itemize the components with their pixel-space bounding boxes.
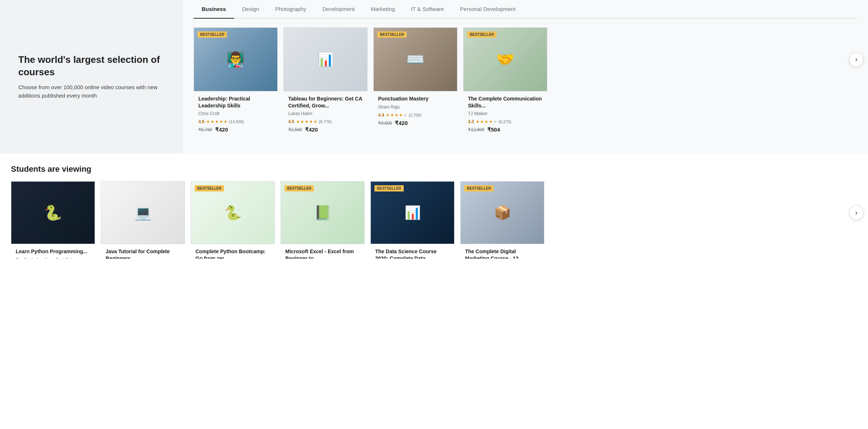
- star-3: ★: [484, 119, 488, 124]
- course-card-java[interactable]: 💻 Java Tutorial for Complete Beginners J…: [101, 181, 185, 244]
- price-original: ₹5,760: [198, 127, 212, 132]
- course-card-tableau[interactable]: 📊 Tableau for Beginners: Get CA Certifie…: [283, 27, 368, 91]
- card-title: Java Tutorial for Complete Beginners: [106, 248, 180, 259]
- price-current: ₹504: [487, 126, 500, 133]
- card-instructor: Lukas Halim: [288, 111, 363, 116]
- hero-text: The world's largest selection of courses…: [18, 54, 164, 100]
- tab-personal-development[interactable]: Personal Development: [452, 0, 524, 18]
- rating-number: 4.5: [288, 119, 294, 124]
- card-body: Tableau for Beginners: Get CA Certified,…: [284, 91, 367, 137]
- star-5: ★: [403, 113, 407, 118]
- course-card-punctuation[interactable]: BESTSELLER ⌨️ Punctuation Mastery Shani …: [373, 27, 457, 91]
- price-original: ₹2,560: [288, 127, 302, 132]
- course-card-leadership[interactable]: BESTSELLER 👨‍🏫 Leadership: Practical Lea…: [194, 27, 278, 91]
- rating-count: (14,938): [229, 119, 244, 124]
- rating-number: 4.4: [378, 113, 384, 118]
- card-rating: 4.5 ★ ★ ★ ★ ★ (8,770): [288, 119, 363, 124]
- star-1: ★: [206, 119, 210, 124]
- star-2: ★: [210, 119, 214, 124]
- star-2: ★: [300, 119, 304, 124]
- course-image-leadership: BESTSELLER 👨‍🏫: [194, 28, 277, 91]
- bestseller-badge: BESTSELLER: [285, 185, 314, 191]
- course-card-python[interactable]: 🐍 Learn Python Programming... Tim Buchal…: [11, 181, 95, 244]
- students-cards-row: 🐍 Learn Python Programming... Tim Buchal…: [11, 181, 857, 244]
- course-card-communication[interactable]: BESTSELLER 🤝 The Complete Communication …: [463, 27, 547, 91]
- courses-panel: Business Design Photography Development …: [183, 0, 868, 153]
- rating-count: (8,770): [319, 119, 332, 124]
- card-title: Tableau for Beginners: Get CA Certified,…: [288, 95, 363, 109]
- star-5: ★: [224, 119, 228, 124]
- price-current: ₹420: [215, 126, 228, 133]
- card-body: Punctuation Mastery Shani Raja 4.4 ★ ★ ★…: [374, 91, 457, 130]
- star-4: ★: [219, 119, 223, 124]
- bestseller-badge: BESTSELLER: [195, 185, 224, 191]
- star-2: ★: [390, 113, 394, 118]
- next-button-students[interactable]: ›: [849, 205, 864, 220]
- card-title: The Complete Digital Marketing Course - …: [465, 248, 540, 259]
- card-instructor: Tim Buchalka, Jean-Paul Robe...: [16, 257, 90, 259]
- rating-number: 4.3: [468, 119, 474, 124]
- card-title: Leadership: Practical Leadership Skills: [198, 95, 273, 109]
- tab-marketing[interactable]: Marketing: [363, 0, 403, 18]
- tab-design[interactable]: Design: [234, 0, 267, 18]
- star-4: ★: [309, 119, 313, 124]
- tab-photography[interactable]: Photography: [267, 0, 314, 18]
- card-title: Learn Python Programming...: [16, 248, 90, 255]
- bestseller-badge: BESTSELLER: [198, 31, 227, 38]
- card-body: Learn Python Programming... Tim Buchalka…: [11, 244, 95, 259]
- star-3: ★: [215, 119, 219, 124]
- course-card-pybootcamp[interactable]: BESTSELLER 🐍 Complete Python Bootcamp: G…: [191, 181, 275, 244]
- hero-subtitle: Choose from over 100,000 online video co…: [18, 83, 164, 100]
- stars: ★ ★ ★ ★ ★: [386, 113, 407, 118]
- stars: ★ ★ ★ ★ ★: [296, 119, 317, 124]
- top-section: The world's largest selection of courses…: [0, 0, 868, 153]
- star-3: ★: [395, 113, 399, 118]
- course-image-datascience: BESTSELLER 📊: [371, 182, 454, 244]
- course-image-tableau: 📊: [284, 28, 367, 91]
- card-instructor: TJ Walker: [468, 111, 542, 116]
- course-image-java: 💻: [101, 182, 184, 244]
- tabs-nav: Business Design Photography Development …: [194, 0, 857, 19]
- card-instructor: Chris Croft: [198, 111, 273, 116]
- card-price: ₹5,760 ₹420: [198, 126, 273, 133]
- featured-cards-row: BESTSELLER 👨‍🏫 Leadership: Practical Lea…: [194, 27, 857, 91]
- students-section: Students are viewing 🐍 Learn Python Prog…: [0, 153, 868, 259]
- hero-panel: The world's largest selection of courses…: [0, 0, 183, 153]
- card-body: The Data Science Course 2020: Complete D…: [371, 244, 454, 259]
- price-current: ₹420: [395, 120, 408, 126]
- price-original: ₹12,800: [468, 127, 484, 132]
- stars: ★ ★ ★ ★ ★: [206, 119, 228, 124]
- hero-title: The world's largest selection of courses: [18, 54, 164, 79]
- rating-count: (2,700): [409, 113, 422, 117]
- tab-development[interactable]: Development: [314, 0, 362, 18]
- rating-count: (6,273): [499, 119, 511, 124]
- star-5: ★: [493, 119, 497, 124]
- course-image-python: 🐍: [11, 182, 95, 244]
- bestseller-badge: BESTSELLER: [467, 31, 496, 38]
- card-title: Punctuation Mastery: [378, 95, 453, 102]
- card-instructor: Shani Raja: [378, 105, 453, 110]
- rating-number: 4.6: [198, 119, 205, 124]
- card-title: Microsoft Excel - Excel from Beginner to…: [285, 248, 360, 259]
- card-body: The Complete Digital Marketing Course - …: [461, 244, 544, 259]
- tab-it-software[interactable]: IT & Software: [403, 0, 452, 18]
- students-section-title: Students are viewing: [11, 164, 857, 174]
- card-price: ₹9,600 ₹420: [378, 120, 453, 126]
- stars: ★ ★ ★ ★ ★: [476, 119, 497, 124]
- star-3: ★: [305, 119, 309, 124]
- price-current: ₹420: [305, 126, 318, 133]
- next-button-featured[interactable]: ›: [849, 52, 864, 67]
- tab-business[interactable]: Business: [194, 0, 234, 18]
- card-rating: 4.6 ★ ★ ★ ★ ★ (14,938): [198, 119, 273, 124]
- star-4: ★: [489, 119, 493, 124]
- course-card-excel[interactable]: BESTSELLER 📗 Microsoft Excel - Excel fro…: [281, 181, 365, 244]
- card-title: The Complete Communication Skills...: [468, 95, 542, 109]
- star-5: ★: [313, 119, 317, 124]
- card-price: ₹2,560 ₹420: [288, 126, 363, 133]
- star-1: ★: [476, 119, 480, 124]
- course-card-datascience[interactable]: BESTSELLER 📊 The Data Science Course 202…: [370, 181, 454, 244]
- course-card-digital-marketing[interactable]: BESTSELLER 📦 The Complete Digital Market…: [460, 181, 544, 244]
- course-image-communication: BESTSELLER 🤝: [464, 28, 547, 91]
- bestseller-badge: BESTSELLER: [464, 185, 494, 191]
- card-rating: 4.4 ★ ★ ★ ★ ★ (2,700): [378, 113, 453, 118]
